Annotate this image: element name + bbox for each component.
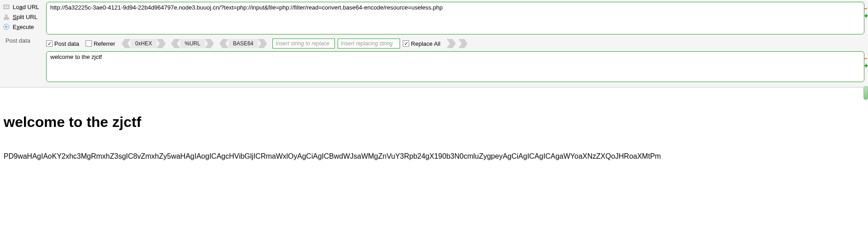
checkbox-icon — [46, 40, 52, 47]
svg-point-2 — [6, 6, 7, 7]
load-url-icon — [3, 3, 10, 10]
execute-button[interactable]: Execute — [3, 22, 42, 32]
post-data-input[interactable] — [46, 51, 864, 82]
hex-label: 0xHEX — [131, 39, 157, 48]
urlencode-button[interactable]: %URL — [171, 39, 214, 48]
svg-point-5 — [7, 18, 9, 19]
chevron-right-icon — [157, 39, 166, 48]
chevron-left-icon — [122, 39, 131, 48]
scrollbar-thumb[interactable] — [863, 86, 868, 100]
execute-icon — [3, 23, 10, 30]
post-resize-handles: − ✦ — [863, 55, 868, 69]
page-body-text: PD9waHAgIAoKY2xhc3MgRmxhZ3sgIC8vZmxhZy5w… — [4, 152, 864, 160]
checkbox-icon — [403, 40, 409, 47]
base64-button[interactable]: BASE64 — [219, 39, 267, 48]
svg-point-1 — [4, 6, 5, 7]
svg-point-4 — [4, 18, 6, 19]
options-row: Post data Referrer 0xHEX %URL BASE64 — [46, 36, 864, 51]
split-url-button[interactable]: Split URL — [3, 12, 42, 22]
referrer-checkbox-label: Referrer — [94, 40, 115, 47]
replace-from-input[interactable] — [272, 39, 335, 49]
url-input[interactable] — [46, 2, 864, 34]
load-url-label: Load URL — [13, 4, 39, 10]
replace-all-checkbox[interactable]: Replace All — [403, 40, 440, 47]
grow-url-icon[interactable]: ✦ — [863, 13, 868, 19]
chevron-left-icon — [171, 39, 180, 48]
url-resize-handles: − ✦ — [863, 5, 868, 19]
shrink-post-icon[interactable]: − — [863, 55, 868, 62]
load-url-button[interactable]: Load URL — [3, 2, 42, 12]
grow-post-icon[interactable]: ✦ — [863, 63, 868, 69]
replace-to-input[interactable] — [338, 39, 400, 49]
shrink-url-icon[interactable]: − — [863, 5, 868, 12]
replace-all-label: Replace All — [411, 40, 440, 47]
svg-point-3 — [8, 6, 9, 7]
split-url-label: Split URL — [13, 14, 38, 20]
chevron-right-icon — [205, 39, 214, 48]
hex-encode-button[interactable]: 0xHEX — [122, 39, 166, 48]
chevron-right-icon — [458, 39, 467, 48]
page-title: welcome to the zjctf — [4, 114, 864, 131]
urlencode-label: %URL — [180, 39, 205, 48]
execute-label: Execute — [13, 24, 34, 30]
base64-label: BASE64 — [229, 39, 258, 48]
response-body: welcome to the zjctf PD9waHAgIAoKY2xhc3M… — [0, 88, 868, 169]
replace-forward-button[interactable] — [447, 39, 456, 48]
chevron-right-icon — [447, 39, 456, 48]
checkbox-icon — [86, 40, 92, 47]
main-panel: Post data Referrer 0xHEX %URL BASE64 — [44, 0, 868, 87]
chevron-right-icon — [258, 39, 267, 48]
split-url-icon — [3, 13, 10, 20]
sidebar: Load URL Split URL Execute Post data — [0, 0, 44, 87]
post-data-checkbox-label: Post data — [54, 40, 79, 47]
referrer-checkbox[interactable]: Referrer — [86, 40, 115, 47]
post-data-checkbox[interactable]: Post data — [46, 40, 79, 47]
post-data-section-label: Post data — [3, 32, 42, 46]
chevron-left-icon — [219, 39, 229, 48]
replace-forward-alt-button[interactable] — [458, 39, 467, 48]
